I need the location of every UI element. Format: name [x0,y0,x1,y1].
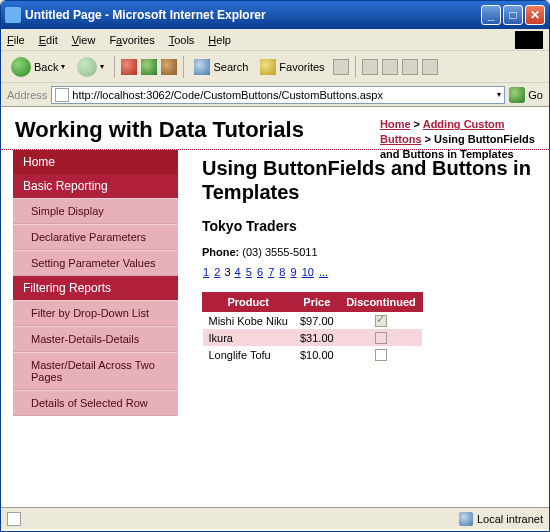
sidebar-item[interactable]: Details of Selected Row [13,390,178,416]
close-button[interactable]: ✕ [525,5,545,25]
address-label: Address [7,89,47,101]
menu-help[interactable]: Help [208,34,231,46]
pager-link[interactable]: ... [319,266,328,278]
menu-file[interactable]: File [7,34,25,46]
sidebar-section-filter[interactable]: Filtering Reports [13,276,178,300]
pager-link[interactable]: 7 [268,266,274,278]
pager-link[interactable]: 6 [257,266,263,278]
sidebar-item[interactable]: Setting Parameter Values [13,250,178,276]
separator [183,56,184,78]
phone-label: Phone: [202,246,239,258]
cell-product: Longlife Tofu [203,346,294,363]
back-button[interactable]: Back▾ [7,55,69,79]
menu-view[interactable]: View [72,34,96,46]
search-button[interactable]: Search [190,57,252,77]
page-icon [7,512,21,526]
chevron-down-icon: ▾ [100,62,104,71]
toolbar: Back▾ ▾ Search Favorites [1,51,549,83]
cell-price: $31.00 [294,329,340,346]
sidebar-item[interactable]: Master-Details-Details [13,326,178,352]
search-label: Search [213,61,248,73]
sidebar-item-home[interactable]: Home [13,150,178,174]
statusbar: Local intranet [1,507,549,529]
address-bar: Address http://localhost:3062/Code/Custo… [1,83,549,107]
main-content: Using ButtonFields and Buttons in Templa… [178,150,549,416]
table-row: Ikura$31.00 [203,329,423,346]
table-row: Mishi Kobe Niku$97.00 [203,312,423,330]
products-table: Product Price Discontinued Mishi Kobe Ni… [202,292,423,363]
go-button[interactable]: Go [509,87,543,103]
edit-button[interactable] [402,59,418,75]
pager-link[interactable]: 4 [235,266,241,278]
forward-icon [77,57,97,77]
checkbox-icon[interactable] [375,332,387,344]
pager-link[interactable]: 1 [203,266,209,278]
checkbox-icon[interactable] [375,315,387,327]
sidebar-item[interactable]: Declarative Parameters [13,224,178,250]
home-button[interactable] [161,59,177,75]
throbber-icon [515,31,543,49]
chevron-down-icon[interactable]: ▾ [497,90,501,99]
pager-link[interactable]: 5 [246,266,252,278]
favorites-button[interactable]: Favorites [256,57,328,77]
cell-disc [340,346,423,363]
favorites-label: Favorites [279,61,324,73]
sidebar-item[interactable]: Master/Detail Across Two Pages [13,352,178,390]
table-row: Longlife Tofu$10.00 [203,346,423,363]
search-icon [194,59,210,75]
security-zone: Local intranet [459,512,543,526]
phone-value: (03) 3555-5011 [242,246,317,258]
article-title: Using ButtonFields and Buttons in Templa… [202,156,535,204]
supplier-name: Tokyo Traders [202,218,535,234]
url-text: http://localhost:3062/Code/CustomButtons… [72,89,383,101]
separator [355,56,356,78]
separator [114,56,115,78]
cell-price: $97.00 [294,312,340,330]
go-label: Go [528,89,543,101]
print-button[interactable] [382,59,398,75]
col-price: Price [294,293,340,312]
pager-link[interactable]: 10 [302,266,314,278]
maximize-button[interactable]: □ [503,5,523,25]
stop-button[interactable] [121,59,137,75]
cell-product: Mishi Kobe Niku [203,312,294,330]
cell-disc [340,312,423,330]
forward-button[interactable]: ▾ [73,55,108,79]
page-icon [55,88,69,102]
cell-product: Ikura [203,329,294,346]
messenger-button[interactable] [422,59,438,75]
col-product: Product [203,293,294,312]
intranet-icon [459,512,473,526]
sidebar-item[interactable]: Simple Display [13,198,178,224]
breadcrumb-home[interactable]: Home [380,118,411,130]
window-title: Untitled Page - Microsoft Internet Explo… [25,8,479,22]
mail-button[interactable] [362,59,378,75]
sidebar-item[interactable]: Filter by Drop-Down List [13,300,178,326]
pager: 1 2 3 4 5 6 7 8 9 10 ... [202,266,535,278]
phone-row: Phone: (03) 3555-5011 [202,246,535,258]
star-icon [260,59,276,75]
checkbox-icon[interactable] [375,349,387,361]
menu-edit[interactable]: Edit [39,34,58,46]
history-button[interactable] [333,59,349,75]
menu-favorites[interactable]: Favorites [109,34,154,46]
sidebar-section-basic[interactable]: Basic Reporting [13,174,178,198]
cell-disc [340,329,423,346]
menu-tools[interactable]: Tools [169,34,195,46]
pager-link: 3 [224,266,230,278]
back-label: Back [34,61,58,73]
address-input[interactable]: http://localhost:3062/Code/CustomButtons… [51,86,505,104]
pager-link[interactable]: 8 [279,266,285,278]
zone-label: Local intranet [477,513,543,525]
content-area: Home > Adding Custom Buttons > Using But… [1,107,549,507]
col-discontinued: Discontinued [340,293,423,312]
pager-link[interactable]: 2 [214,266,220,278]
chevron-down-icon: ▾ [61,62,65,71]
back-icon [11,57,31,77]
refresh-button[interactable] [141,59,157,75]
minimize-button[interactable]: _ [481,5,501,25]
pager-link[interactable]: 9 [291,266,297,278]
titlebar: Untitled Page - Microsoft Internet Explo… [1,1,549,29]
sidebar: Home Basic Reporting Simple Display Decl… [13,150,178,416]
ie-icon [5,7,21,23]
